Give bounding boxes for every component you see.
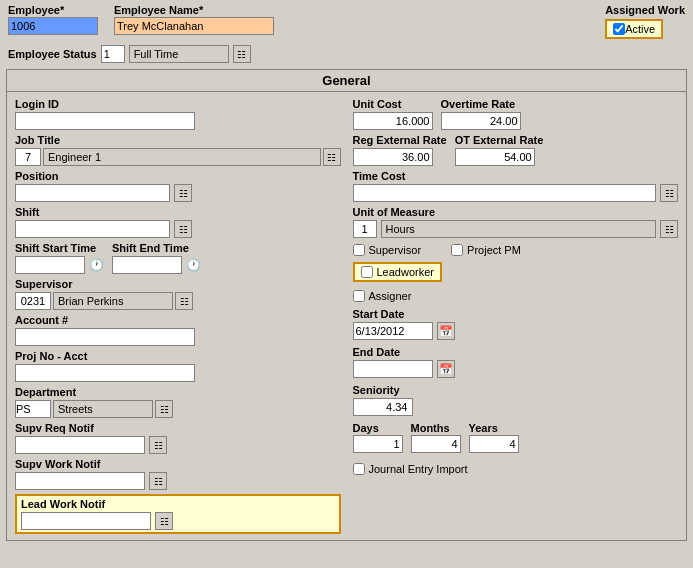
start-date-input[interactable] [353, 322, 433, 340]
reg-external-rate-input[interactable] [353, 148, 433, 166]
login-id-input[interactable] [15, 112, 195, 130]
unit-of-measure-row: Unit of Measure ☷ [353, 206, 679, 238]
end-date-cal-icon[interactable]: 📅 [437, 360, 455, 378]
uom-id-input[interactable] [353, 220, 377, 238]
active-checkbox-row: Active [605, 19, 663, 39]
supv-req-notif-input[interactable] [15, 436, 145, 454]
unit-cost-label: Unit Cost [353, 98, 433, 110]
assigned-work-label: Assigned Work [605, 4, 685, 16]
reg-external-rate-label: Reg External Rate [353, 134, 447, 146]
reg-ot-ext-rate-row: Reg External Rate OT External Rate [353, 134, 679, 166]
months-label: Months [411, 422, 450, 434]
proj-no-acct-row: Proj No - Acct [15, 350, 341, 382]
job-title-label: Job Title [15, 134, 341, 146]
journal-entry-import-label: Journal Entry Import [369, 463, 468, 475]
shift-start-clock-icon: 🕐 [89, 258, 104, 272]
job-title-id-input[interactable] [15, 148, 41, 166]
shift-grid-icon[interactable]: ☷ [174, 220, 192, 238]
leadworker-checkbox[interactable] [361, 266, 373, 278]
active-checkbox[interactable] [613, 23, 625, 35]
job-title-grid-icon[interactable]: ☷ [323, 148, 341, 166]
supervisor-row: Supervisor ☷ [15, 278, 341, 310]
supv-req-notif-row: Supv Req Notif ☷ [15, 422, 341, 454]
supervisor-id-input[interactable] [15, 292, 51, 310]
employee-label: Employee* [8, 4, 98, 16]
department-grid-icon[interactable]: ☷ [155, 400, 173, 418]
supervisor-grid-icon[interactable]: ☷ [175, 292, 193, 310]
seniority-label: Seniority [353, 384, 679, 396]
login-id-label: Login ID [15, 98, 341, 110]
supervisor-checkbox-label: Supervisor [369, 244, 422, 256]
time-cost-grid-icon[interactable]: ☷ [660, 184, 678, 202]
supervisor-pm-checkbox-row: Supervisor Project PM [353, 244, 679, 256]
supv-work-notif-input[interactable] [15, 472, 145, 490]
login-id-row: Login ID [15, 98, 341, 130]
start-date-label: Start Date [353, 308, 679, 320]
supv-req-notif-grid-icon[interactable]: ☷ [149, 436, 167, 454]
time-cost-row: Time Cost ☷ [353, 170, 679, 202]
job-title-name-input[interactable] [43, 148, 321, 166]
employee-name-label: Employee Name* [114, 4, 274, 16]
department-label: Department [15, 386, 341, 398]
employee-status-value-input[interactable] [129, 45, 229, 63]
supv-work-notif-row: Supv Work Notif ☷ [15, 458, 341, 490]
active-label: Active [625, 23, 655, 35]
employee-name-input[interactable] [114, 17, 274, 35]
employee-status-id-input[interactable] [101, 45, 125, 63]
supervisor-checkbox[interactable] [353, 244, 365, 256]
supv-work-notif-grid-icon[interactable]: ☷ [149, 472, 167, 490]
start-date-cal-icon[interactable]: 📅 [437, 322, 455, 340]
ot-external-rate-label: OT External Rate [455, 134, 544, 146]
shift-input[interactable] [15, 220, 170, 238]
job-title-row: Job Title ☷ [15, 134, 341, 166]
employee-status-grid-icon[interactable]: ☷ [233, 45, 251, 63]
shift-label: Shift [15, 206, 341, 218]
supervisor-label: Supervisor [15, 278, 341, 290]
overtime-rate-label: Overtime Rate [441, 98, 521, 110]
lead-work-notif-grid-icon[interactable]: ☷ [155, 512, 173, 530]
days-input[interactable] [353, 435, 403, 453]
years-input[interactable] [469, 435, 519, 453]
seniority-row: Seniority [353, 384, 679, 416]
ot-external-rate-input[interactable] [455, 148, 535, 166]
journal-entry-import-checkbox[interactable] [353, 463, 365, 475]
assigner-label: Assigner [369, 290, 412, 302]
position-input[interactable] [15, 184, 170, 202]
overtime-rate-input[interactable] [441, 112, 521, 130]
assigner-checkbox[interactable] [353, 290, 365, 302]
lead-work-notif-input[interactable] [21, 512, 151, 530]
unit-cost-input[interactable] [353, 112, 433, 130]
days-group: Days [353, 422, 403, 453]
shift-end-time-input[interactable] [112, 256, 182, 274]
shift-time-row: Shift Start Time 🕐 Shift End Time 🕐 [15, 242, 341, 274]
seniority-input[interactable] [353, 398, 413, 416]
months-group: Months [411, 422, 461, 453]
supervisor-name-input[interactable] [53, 292, 173, 310]
proj-no-acct-input[interactable] [15, 364, 195, 382]
months-input[interactable] [411, 435, 461, 453]
days-label: Days [353, 422, 379, 434]
end-date-input[interactable] [353, 360, 433, 378]
lead-work-notif-label: Lead Work Notif [21, 498, 335, 510]
start-date-row: Start Date 📅 [353, 308, 679, 340]
account-input[interactable] [15, 328, 195, 346]
employee-input[interactable] [8, 17, 98, 35]
time-cost-input[interactable] [353, 184, 657, 202]
dept-code-input[interactable] [15, 400, 51, 418]
general-panel: General Login ID Job Title ☷ Position [6, 69, 687, 541]
uom-value-input[interactable] [381, 220, 657, 238]
employee-status-label: Employee Status [8, 48, 97, 60]
position-grid-icon[interactable]: ☷ [174, 184, 192, 202]
proj-no-acct-label: Proj No - Acct [15, 350, 341, 362]
leadworker-label: Leadworker [377, 266, 434, 278]
shift-start-time-input[interactable] [15, 256, 85, 274]
lead-work-notif-row: Lead Work Notif ☷ [15, 494, 341, 534]
uom-grid-icon[interactable]: ☷ [660, 220, 678, 238]
journal-entry-import-row: Journal Entry Import [353, 463, 679, 475]
project-pm-checkbox[interactable] [451, 244, 463, 256]
shift-row: Shift ☷ [15, 206, 341, 238]
dept-name-input[interactable] [53, 400, 153, 418]
account-row: Account # [15, 314, 341, 346]
end-date-row: End Date 📅 [353, 346, 679, 378]
years-label: Years [469, 422, 498, 434]
